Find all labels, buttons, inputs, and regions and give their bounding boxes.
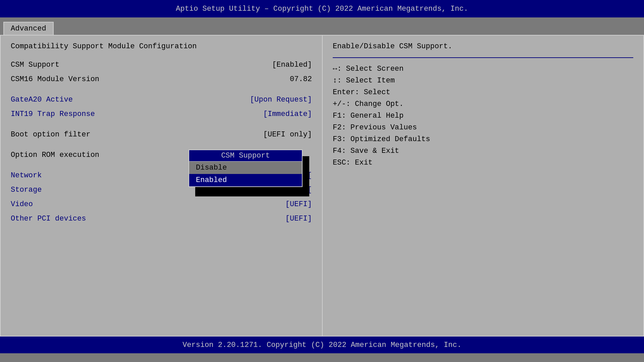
popup-item-disable[interactable]: Disable: [189, 162, 302, 174]
setting-row-gatea20: GateA20 Active [Upon Request]: [11, 96, 312, 104]
tab-advanced[interactable]: Advanced: [3, 22, 54, 35]
setting-row-csm-support: CSM Support [Enabled]: [11, 61, 312, 69]
label-network: Network: [11, 171, 42, 180]
right-divider: [333, 57, 633, 58]
setting-row-other-pci: Other PCI devices [UEFI]: [11, 215, 312, 223]
key-esc: ESC: Exit: [333, 159, 633, 167]
label-optionrom: Option ROM execution: [11, 151, 99, 159]
key-f1: F1: General Help: [333, 112, 633, 120]
key-f3: F3: Optimized Defaults: [333, 135, 633, 143]
label-int19: INT19 Trap Response: [11, 110, 95, 118]
tab-advanced-label: Advanced: [11, 24, 46, 33]
label-csm-support: CSM Support: [11, 61, 59, 69]
popup-container: CSM Support Disable Enabled: [189, 149, 303, 187]
value-gatea20: [Upon Request]: [250, 96, 312, 104]
label-storage: Storage: [11, 186, 42, 194]
tab-bar: Advanced: [0, 17, 644, 35]
key-change-opt: +/-: Change Opt.: [333, 100, 633, 108]
key-select-screen: ↔: Select Screen: [333, 65, 633, 73]
setting-row-video: Video [UEFI]: [11, 200, 312, 208]
value-other-pci: [UEFI]: [285, 215, 312, 223]
setting-row-csm16: CSM16 Module Version 07.82: [11, 75, 312, 83]
label-boot-filter: Boot option filter: [11, 130, 91, 139]
key-f2: F2: Previous Values: [333, 123, 633, 132]
setting-row-int19: INT19 Trap Response [Immediate]: [11, 110, 312, 118]
setting-row-boot-filter: Boot option filter [UEFI only]: [11, 130, 312, 139]
help-text: Enable/Disable CSM Support.: [333, 42, 633, 51]
value-csm-support: [Enabled]: [272, 61, 312, 69]
label-video: Video: [11, 200, 33, 208]
bottom-bar-title: Version 2.20.1271. Copyright (C) 2022 Am…: [182, 341, 462, 349]
right-panel: Enable/Disable CSM Support. ↔: Select Sc…: [323, 36, 643, 336]
label-csm16: CSM16 Module Version: [11, 75, 99, 83]
value-boot-filter: [UEFI only]: [263, 130, 312, 139]
label-other-pci: Other PCI devices: [11, 215, 86, 223]
popup-item-enabled[interactable]: Enabled: [189, 174, 302, 186]
top-bar: Aptio Setup Utility – Copyright (C) 2022…: [0, 0, 644, 17]
left-panel: Compatibility Support Module Configurati…: [1, 36, 323, 336]
popup-title: CSM Support: [189, 150, 302, 162]
main-content: Compatibility Support Module Configurati…: [0, 35, 644, 337]
popup-overlay: CSM Support Disable Enabled: [189, 149, 303, 187]
popup-item-disable-label: Disable: [196, 164, 227, 172]
value-int19: [Immediate]: [263, 110, 312, 118]
section-title: Compatibility Support Module Configurati…: [11, 42, 312, 51]
top-bar-title: Aptio Setup Utility – Copyright (C) 2022…: [176, 5, 468, 13]
popup-box: CSM Support Disable Enabled: [189, 149, 303, 187]
popup-item-enabled-label: Enabled: [196, 176, 227, 184]
key-enter-select: Enter: Select: [333, 88, 633, 97]
label-gatea20: GateA20 Active: [11, 96, 73, 104]
bottom-bar: Version 2.20.1271. Copyright (C) 2022 Am…: [0, 337, 644, 353]
key-select-item: ↕: Select Item: [333, 76, 633, 85]
key-f4: F4: Save & Exit: [333, 147, 633, 155]
value-video: [UEFI]: [285, 200, 312, 208]
value-csm16: 07.82: [290, 75, 312, 83]
